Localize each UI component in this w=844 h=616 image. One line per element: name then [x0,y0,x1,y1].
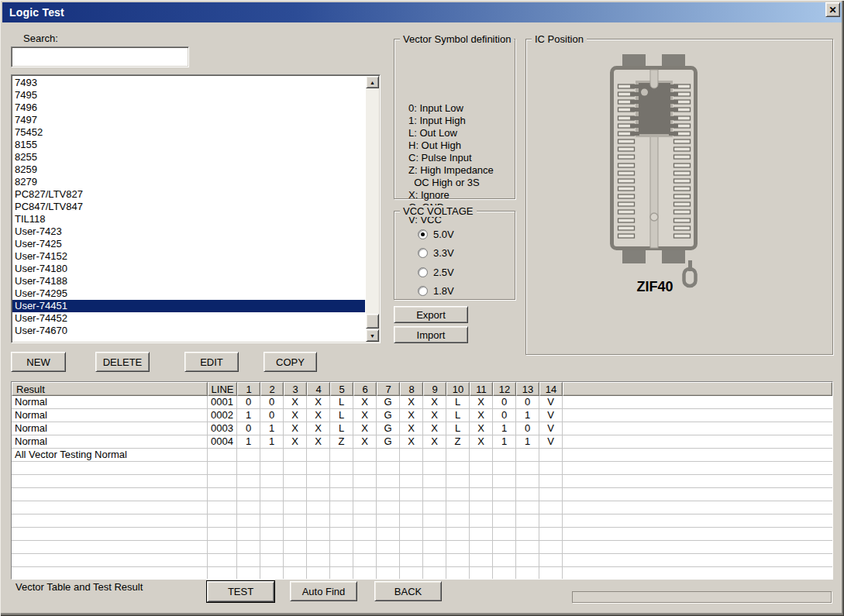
table-cell [237,449,260,461]
list-item[interactable]: 8279 [12,176,365,188]
table-cell: 1 [260,422,284,435]
list-item[interactable]: 75452 [12,126,365,139]
list-item[interactable]: User-74451 [12,300,365,312]
table-cell: 1 [516,435,539,448]
results-col-header-filler [563,382,832,396]
list-item[interactable]: User-74670 [12,325,365,337]
table-cell: 1 [237,409,260,422]
table-cell [237,528,260,540]
list-item[interactable]: User-7423 [12,225,365,238]
scroll-up-button[interactable]: ▲ [366,76,379,88]
ic-listbox[interactable]: 7493749574967497754528155825582598279PC8… [11,74,381,343]
arrow-down-icon: ▼ [370,333,375,339]
list-item[interactable]: User-74152 [12,250,365,263]
table-row [12,475,832,488]
scroll-thumb[interactable] [366,314,379,329]
table-cell [12,501,208,514]
export-button[interactable]: Export [394,306,468,323]
test-button[interactable]: TEST [207,581,274,602]
table-cell [516,567,539,580]
search-input[interactable] [11,46,189,67]
list-item[interactable]: PC827/LTV827 [12,188,365,201]
table-cell: 0 [237,422,260,435]
table-cell [470,541,493,553]
table-cell [12,514,208,527]
table-cell: X [423,422,446,435]
list-item[interactable]: 7495 [12,89,365,102]
list-item[interactable]: 8255 [12,151,365,163]
table-cell [353,528,377,540]
vcc-radio-option[interactable]: 1.8V [418,286,454,297]
zif40-label: ZIF40 [636,279,673,294]
table-cell: V [539,409,563,422]
results-col-header: 6 [353,382,377,396]
close-button[interactable]: ✕ [825,2,840,17]
delete-button[interactable]: DELETE [95,352,150,372]
arrow-up-icon: ▲ [370,80,375,85]
table-cell: X [423,435,446,448]
table-cell [563,528,832,540]
table-cell [539,501,563,514]
list-item[interactable]: User-74452 [12,312,365,325]
copy-button[interactable]: COPY [264,352,317,372]
table-cell [423,462,446,474]
table-cell [377,541,400,553]
list-item[interactable]: 8155 [12,139,365,151]
edit-button[interactable]: EDIT [184,352,239,372]
footer-caption: Vector Table and Test Result [16,581,143,593]
table-cell [423,567,446,580]
vcc-radio-option[interactable]: 2.5V [418,267,454,277]
table-cell [330,567,353,580]
list-item[interactable]: PC847/LTV847 [12,201,365,213]
list-item[interactable]: User-7425 [12,238,365,250]
table-cell [237,501,260,514]
table-cell [516,541,539,553]
table-cell [208,541,237,553]
table-cell: Z [330,435,353,448]
table-cell: 0 [493,409,516,422]
table-cell: 1 [516,409,539,422]
table-cell [377,554,400,566]
table-cell: X [284,435,307,448]
list-item[interactable]: User-74180 [12,263,365,275]
new-button[interactable]: NEW [11,352,66,372]
table-cell [353,514,377,527]
table-cell [516,475,539,487]
table-cell [446,501,470,514]
list-item[interactable]: User-74188 [12,275,365,287]
table-cell [284,528,307,540]
table-cell [493,514,516,527]
vcc-radio-option[interactable]: 3.3V [418,248,454,259]
results-col-header: 2 [260,382,284,396]
progress-bar [572,591,832,603]
list-item[interactable]: 7497 [12,114,365,126]
table-cell [330,449,353,461]
vcc-radio-option[interactable]: 5.0V [418,229,454,239]
list-item[interactable]: 7496 [12,102,365,114]
table-cell [12,541,208,553]
import-button[interactable]: Import [394,326,468,343]
table-cell [377,462,400,474]
list-item[interactable]: 7493 [12,77,365,89]
results-col-header: 9 [423,382,446,396]
table-cell: Normal [12,422,208,435]
list-item[interactable]: TIL118 [12,213,365,225]
table-cell [493,488,516,501]
scroll-down-button[interactable]: ▼ [366,329,379,342]
list-item[interactable]: 8259 [12,163,365,176]
logic-test-dialog: Logic Test ✕ Search: 7493749574967497754… [0,0,844,616]
list-scrollbar[interactable]: ▲ ▼ [366,76,379,342]
table-cell [539,475,563,487]
table-cell [423,475,446,487]
back-button[interactable]: BACK [374,581,442,601]
auto-find-button[interactable]: Auto Find [290,581,357,601]
table-cell: 1 [493,422,516,435]
table-cell [563,514,832,527]
table-cell [400,475,423,487]
table-cell [12,528,208,540]
list-item[interactable]: User-74295 [12,287,365,300]
table-cell [208,488,237,501]
table-cell: G [377,396,400,408]
table-cell [563,449,832,461]
table-cell [260,475,284,487]
